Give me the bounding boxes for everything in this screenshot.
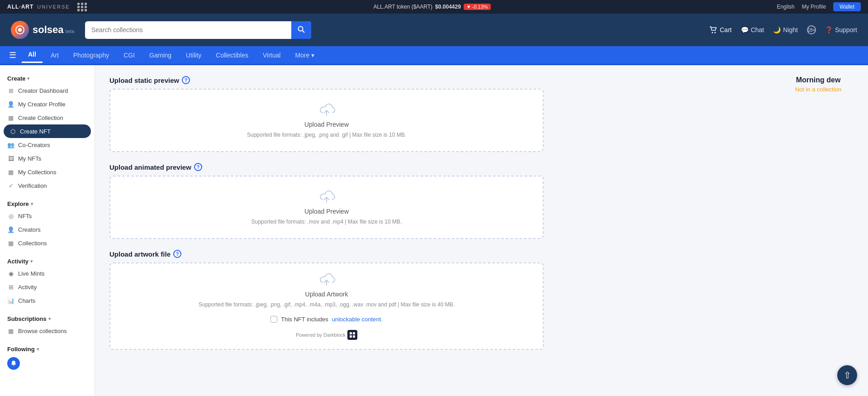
- charts-icon: 📊: [7, 297, 14, 304]
- following-icon: [7, 357, 20, 370]
- language-selector[interactable]: English: [777, 4, 794, 10]
- cart-label: Cart: [720, 26, 731, 33]
- sidebar-item-activity[interactable]: ⊞ Activity: [0, 280, 95, 294]
- logo-icon: [11, 21, 29, 39]
- sidebar-item-my-nfts[interactable]: 🖼 My NFTs: [0, 152, 95, 165]
- nav-item-cgi[interactable]: CGI: [117, 48, 141, 62]
- animated-help-icon[interactable]: ?: [194, 163, 202, 171]
- logo-area: solsea beta: [11, 21, 74, 39]
- subscriptions-section-title[interactable]: Subscriptions ▾: [0, 311, 95, 324]
- upload-artwork-title: Upload Artwork: [305, 291, 348, 298]
- activity-section-title[interactable]: Activity ▾: [0, 253, 95, 267]
- explore-section-title[interactable]: Explore ▾: [0, 196, 95, 209]
- upload-animated-label: Upload animated preview ?: [109, 163, 544, 171]
- sidebar-item-create-collection[interactable]: ▦ Create Collection: [0, 111, 95, 124]
- following-chevron: ▾: [37, 347, 39, 352]
- static-help-icon[interactable]: ?: [182, 76, 190, 84]
- night-label: Night: [783, 26, 798, 33]
- following-section-title[interactable]: Following ▾: [0, 341, 95, 354]
- nav-item-virtual[interactable]: Virtual: [256, 48, 287, 62]
- nav-item-utility[interactable]: Utility: [180, 48, 208, 62]
- upload-animated-title: Upload Preview: [304, 208, 349, 215]
- cloud-upload-icon-3: [318, 272, 336, 287]
- darkblock-logo: [349, 332, 356, 338]
- sidebar-item-verification[interactable]: ✓ Verification: [0, 179, 95, 192]
- main-content: Upload static preview ? Upload Preview S…: [95, 65, 768, 396]
- browse-icon: ▦: [7, 327, 14, 334]
- sidebar-item-collections[interactable]: ▦ Collections: [0, 236, 95, 250]
- preview-title: Morning dew: [776, 76, 861, 84]
- collections-icon: ▦: [7, 239, 14, 247]
- sidebar: Create ▾ ⊞ Creator Dashboard 👤 My Creato…: [0, 65, 95, 396]
- scroll-to-top-button[interactable]: ⇧: [837, 365, 857, 385]
- nav-item-gaming[interactable]: Gaming: [143, 48, 178, 62]
- nav-item-all[interactable]: All: [22, 47, 43, 63]
- upload-artwork-label: Upload artwork file ?: [109, 250, 544, 258]
- sidebar-item-browse-collections[interactable]: ▦ Browse collections: [0, 324, 95, 338]
- unlockable-checkbox[interactable]: [270, 316, 277, 323]
- header-actions: Cart 💬 Chat 🌙 Night 18+ ❓ Support: [709, 25, 857, 34]
- sidebar-item-live-mints[interactable]: ◉ Live Mints: [0, 267, 95, 280]
- chat-button[interactable]: 💬 Chat: [741, 26, 764, 33]
- create-chevron: ▾: [27, 76, 29, 81]
- nav-item-more[interactable]: More ▾: [289, 48, 321, 62]
- cart-icon: [709, 26, 717, 33]
- sidebar-item-creator-profile[interactable]: 👤 My Creator Profile: [0, 97, 95, 111]
- logo-text-area: solsea beta: [33, 24, 74, 36]
- age-button[interactable]: 18+: [807, 25, 816, 34]
- solsea-logo-svg: [15, 25, 25, 35]
- subscriptions-chevron: ▾: [48, 316, 51, 321]
- upload-animated-preview-section: Upload animated preview ? Upload Preview…: [109, 163, 544, 239]
- nav-item-art[interactable]: Art: [44, 48, 65, 62]
- logo-wordmark: solsea: [33, 24, 64, 36]
- sidebar-item-charts[interactable]: 📊 Charts: [0, 294, 95, 307]
- unlockable-link[interactable]: unlockable content.: [332, 316, 383, 323]
- my-nfts-icon: 🖼: [7, 155, 14, 162]
- activity-icon: ⊞: [7, 283, 14, 291]
- support-button[interactable]: ❓ Support: [825, 26, 857, 33]
- create-section-title[interactable]: Create ▾: [0, 71, 95, 84]
- token-info: ALL.ART token ($AART) $0.004429 ▼ -0.13%: [95, 4, 770, 10]
- hamburger-icon[interactable]: ☰: [9, 50, 16, 60]
- nav-bar: ☰ All Art Photography CGI Gaming Utility…: [0, 46, 868, 65]
- svg-rect-6: [350, 332, 352, 334]
- universe-label: UNIVERSE: [37, 4, 70, 10]
- upload-static-label: Upload static preview ?: [109, 76, 544, 84]
- verification-icon: ✓: [7, 182, 14, 189]
- darkblock-icon: [347, 330, 357, 340]
- search-area: [85, 21, 311, 39]
- brand-logo: ALL·ART: [7, 4, 33, 10]
- nav-item-photography[interactable]: Photography: [67, 48, 115, 62]
- sidebar-item-my-collections[interactable]: ▦ My Collections: [0, 165, 95, 179]
- explore-chevron: ▾: [31, 201, 33, 206]
- search-box: [85, 21, 311, 39]
- upload-animated-hint: Supported file formats: .mov and .mp4 | …: [251, 219, 402, 225]
- artwork-help-icon[interactable]: ?: [173, 250, 181, 258]
- sidebar-item-nfts[interactable]: ◎ NFTs: [0, 209, 95, 223]
- wallet-button[interactable]: Wallet: [833, 2, 861, 11]
- search-button[interactable]: [291, 21, 311, 39]
- profile-menu[interactable]: My Profile: [802, 4, 826, 10]
- collection-icon: ▦: [7, 114, 14, 121]
- search-input[interactable]: [85, 22, 291, 38]
- token-label: ALL.ART token ($AART): [373, 4, 432, 10]
- sidebar-item-creators[interactable]: 👤 Creators: [0, 223, 95, 236]
- svg-point-2: [298, 26, 303, 31]
- support-label: Support: [835, 26, 857, 33]
- cloud-upload-icon-2: [318, 190, 336, 204]
- upload-artwork-section: Upload artwork file ? Upload Artwork Sup…: [109, 250, 544, 350]
- cart-button[interactable]: Cart: [709, 26, 731, 33]
- upload-static-box[interactable]: Upload Preview Supported file formats: .…: [109, 89, 544, 152]
- night-button[interactable]: 🌙 Night: [773, 26, 798, 33]
- sidebar-item-co-creators[interactable]: 👥 Co-Creators: [0, 138, 95, 152]
- upload-artwork-box[interactable]: Upload Artwork Supported file formats: .…: [109, 262, 544, 350]
- powered-by-row: Powered by Darkblock: [296, 330, 357, 340]
- upload-static-hint: Supported file formats: .jpeg, .png and …: [247, 132, 406, 138]
- nav-item-collectibles[interactable]: Collectibles: [209, 48, 255, 62]
- sidebar-item-creator-dashboard[interactable]: ⊞ Creator Dashboard: [0, 84, 95, 97]
- svg-rect-8: [350, 335, 352, 338]
- grid-icon[interactable]: [77, 3, 87, 11]
- unlockable-text: This NFT includes: [281, 316, 328, 323]
- sidebar-item-create-nft[interactable]: ⬡ Create NFT: [4, 124, 91, 138]
- upload-animated-box[interactable]: Upload Preview Supported file formats: .…: [109, 176, 544, 239]
